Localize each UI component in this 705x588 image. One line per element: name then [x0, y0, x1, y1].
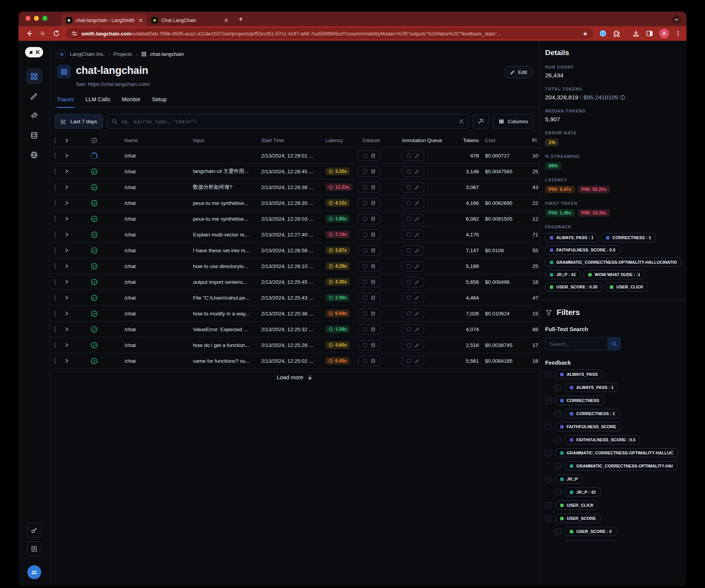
- expand-row-icon[interactable]: [64, 169, 79, 174]
- browser-menu-icon[interactable]: [675, 30, 681, 37]
- table-row[interactable]: /chat I have these set into m... 2/13/20…: [50, 243, 539, 258]
- add-to-dataset-button[interactable]: [358, 356, 380, 366]
- feedback-chip[interactable]: GRAMMATIC_CORRECTNESS-OPTIMALITY-HALLUC: [556, 448, 678, 457]
- run-name[interactable]: /chat: [109, 169, 182, 174]
- annotation-checkbox[interactable]: [407, 359, 411, 363]
- add-to-annotation-queue-button[interactable]: [402, 198, 424, 208]
- row-checkbox[interactable]: [55, 295, 55, 301]
- annotation-checkbox[interactable]: [407, 280, 411, 284]
- table-row[interactable]: /chat 数据分析如何做? 2/13/2024, 12:28:38 ... 1…: [50, 179, 539, 195]
- load-more-button[interactable]: Load more: [50, 374, 539, 380]
- filter-checkbox[interactable]: [555, 528, 561, 535]
- table-row[interactable]: /chat same for functions? su... 2/13/202…: [50, 353, 539, 369]
- sidebar-item-hub[interactable]: [26, 147, 42, 163]
- filter-checkbox[interactable]: [555, 410, 561, 417]
- feedback-chip[interactable]: GRAMMATIC_CORRECTNESS-OPTIMALITY-HAI: [565, 461, 677, 471]
- filter-checkbox[interactable]: [545, 450, 552, 456]
- feedback-chip[interactable]: CORRECTNESS : 1: [601, 233, 656, 242]
- feedback-chip[interactable]: ALWAYS_PASS: [556, 370, 603, 379]
- expand-row-icon[interactable]: [64, 342, 79, 348]
- annotation-checkbox[interactable]: [407, 169, 411, 174]
- add-to-dataset-button[interactable]: [358, 308, 380, 319]
- add-to-dataset-button[interactable]: [358, 230, 380, 240]
- filter-checkbox[interactable]: [545, 397, 552, 404]
- annotation-checkbox[interactable]: [407, 327, 411, 332]
- annotation-checkbox[interactable]: [407, 296, 411, 300]
- run-name[interactable]: /chat: [109, 295, 182, 301]
- add-to-annotation-queue-button[interactable]: [402, 340, 424, 350]
- row-checkbox[interactable]: [55, 247, 55, 254]
- annotation-checkbox[interactable]: [407, 154, 411, 158]
- expand-row-icon[interactable]: [64, 200, 79, 206]
- tab-search-button[interactable]: [672, 15, 681, 24]
- row-checkbox[interactable]: [55, 200, 55, 206]
- tab-llm-calls[interactable]: LLM Calls: [86, 96, 110, 108]
- sidebar-item-deployments[interactable]: [26, 107, 42, 124]
- run-name[interactable]: /chat: [109, 232, 182, 238]
- run-name[interactable]: /chat: [109, 200, 182, 206]
- expand-row-icon[interactable]: [64, 248, 79, 253]
- columns-button[interactable]: Columns: [493, 114, 534, 129]
- annotation-checkbox[interactable]: [407, 185, 411, 189]
- add-to-annotation-queue-button[interactable]: [402, 166, 424, 177]
- add-to-annotation-queue-button[interactable]: [402, 324, 424, 335]
- address-bar[interactable]: smith.langchain.com/o/ebbaf2eb-769b-4505…: [66, 28, 593, 39]
- dataset-checkbox[interactable]: [363, 169, 367, 174]
- feedback-chip[interactable]: USER_CLICK: [556, 501, 598, 510]
- minimize-window-button[interactable]: [34, 16, 39, 21]
- browser-tab-active[interactable]: chat-langchain - LangSmith ✕: [61, 14, 147, 26]
- add-to-dataset-button[interactable]: [358, 182, 380, 193]
- breadcrumb-projects[interactable]: Projects: [113, 51, 132, 57]
- info-icon[interactable]: [620, 95, 625, 100]
- dataset-checkbox[interactable]: [363, 280, 367, 284]
- close-tab-icon[interactable]: ✕: [138, 18, 143, 23]
- expand-row-icon[interactable]: [64, 153, 79, 158]
- dataset-checkbox[interactable]: [363, 217, 367, 221]
- extensions-puzzle-icon[interactable]: [613, 30, 620, 37]
- add-to-annotation-queue-button[interactable]: [402, 151, 424, 161]
- browser-tab-inactive[interactable]: Chat LangChain ✕: [147, 14, 232, 26]
- annotation-checkbox[interactable]: [407, 233, 411, 237]
- add-to-annotation-queue-button[interactable]: [402, 293, 424, 303]
- close-tab-icon[interactable]: ✕: [224, 18, 228, 23]
- expand-row-icon[interactable]: [64, 295, 79, 300]
- dataset-checkbox[interactable]: [363, 296, 367, 300]
- edit-button[interactable]: Edit: [505, 66, 532, 78]
- clear-search-icon[interactable]: [459, 119, 464, 124]
- add-to-dataset-button[interactable]: [358, 324, 380, 335]
- table-row[interactable]: /chat how to modify in a way... 2/13/202…: [50, 306, 539, 322]
- sidebar-item-projects[interactable]: [26, 68, 42, 84]
- sidebar-item-datasets[interactable]: [26, 127, 42, 143]
- filter-checkbox[interactable]: [545, 476, 552, 482]
- dataset-checkbox[interactable]: [363, 327, 367, 332]
- profile-avatar[interactable]: A: [659, 28, 669, 39]
- dataset-checkbox[interactable]: [363, 201, 367, 205]
- add-to-annotation-queue-button[interactable]: [402, 230, 424, 240]
- feedback-chip[interactable]: FAITHFULNESS_SCORE: [556, 422, 621, 431]
- annotation-checkbox[interactable]: [407, 343, 411, 347]
- expand-row-icon[interactable]: [64, 327, 79, 332]
- tab-monitor[interactable]: Monitor: [122, 96, 140, 108]
- side-panel-icon[interactable]: [646, 30, 653, 37]
- trace-filter-bar[interactable]: [107, 114, 469, 129]
- sidebar-item-annotations[interactable]: [26, 88, 42, 104]
- run-name[interactable]: /chat: [109, 342, 182, 348]
- add-to-dataset-button[interactable]: [358, 198, 380, 208]
- run-name[interactable]: /chat: [109, 279, 182, 285]
- expand-all-icon[interactable]: [64, 138, 79, 143]
- table-row[interactable]: /chat File "C:\Users\rahul.pe... 2/13/20…: [50, 290, 539, 306]
- full-text-search-button[interactable]: [608, 337, 621, 350]
- dataset-checkbox[interactable]: [363, 248, 367, 253]
- dataset-checkbox[interactable]: [363, 185, 367, 189]
- row-checkbox[interactable]: [55, 342, 55, 348]
- expand-row-icon[interactable]: [64, 311, 79, 316]
- run-name[interactable]: /chat: [109, 153, 182, 159]
- row-checkbox[interactable]: [55, 263, 55, 270]
- dataset-checkbox[interactable]: [363, 233, 367, 237]
- close-window-button[interactable]: [25, 16, 30, 21]
- dataset-checkbox[interactable]: [363, 343, 367, 347]
- run-name[interactable]: /chat: [109, 263, 182, 269]
- row-checkbox[interactable]: [55, 326, 55, 333]
- row-checkbox[interactable]: [55, 152, 55, 159]
- add-to-dataset-button[interactable]: [358, 277, 380, 287]
